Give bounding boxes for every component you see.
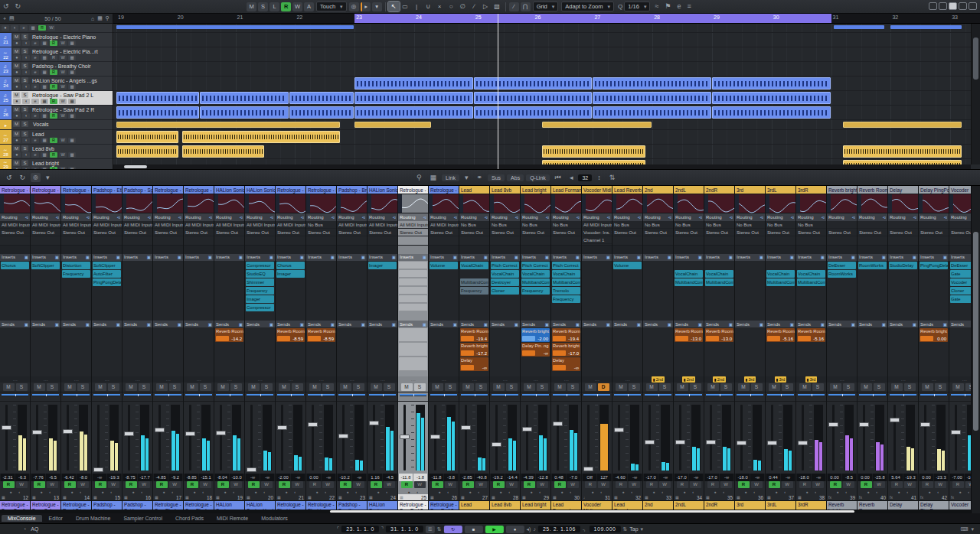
fader-value[interactable]: 0.00 [920,474,933,481]
channel-name-top[interactable]: Reverb Room [858,186,887,194]
insert-slot[interactable] [736,262,764,269]
inserts-rack-header[interactable]: Inserts▣ [888,254,918,261]
event-midi[interactable] [289,92,354,104]
input-routing[interactable]: All MIDI Inputs [92,221,122,229]
output-routing[interactable]: Stereo Out [31,229,60,236]
inserts-rack-header[interactable]: Inserts▣ [276,254,305,261]
monitor-icon[interactable]: ◖ [539,490,541,494]
track-options-button[interactable]: ▦ [68,55,76,60]
event-audio[interactable] [182,145,265,158]
solo-button[interactable]: S [812,383,824,391]
edit-channel-button[interactable]: e [31,167,39,169]
send-slot[interactable] [93,343,121,357]
track-name[interactable]: Retrologue - Saw Pad 2 L [32,93,93,98]
channel-strip[interactable]: Padshop - Breathy Choir Routing⊲ All MID… [337,186,368,513]
solo-button[interactable]: S [720,383,732,391]
peak-value[interactable]: -1.8 [413,474,427,481]
metronome-icon[interactable]: ◔ [23,526,26,532]
output-routing[interactable]: Stereo Out [858,229,887,236]
rack-resize-handle[interactable]: ⋯ [398,376,428,383]
record-arm-icon[interactable]: ● [407,490,410,494]
peak-value[interactable]: -23.3 [934,474,948,481]
insert-slot[interactable] [644,270,672,278]
insert-slot[interactable] [1,287,29,295]
send-slot[interactable] [858,328,887,342]
track-row[interactable]: ♫25MSRetrologue - Saw Pad 2 L●◖e▦RW▦ [0,91,113,106]
send-slot[interactable] [246,328,274,342]
pan-control[interactable] [643,392,673,402]
solo-button[interactable]: S [445,383,456,391]
insert-slot[interactable]: MultibandCom..or [521,278,550,286]
channel-strip[interactable]: Retrologue - Bass Swells Routing⊲ All MI… [0,186,31,513]
insert-slot[interactable] [491,304,519,311]
send-slot[interactable] [889,328,917,342]
insert-slot[interactable] [705,287,733,295]
write-automation-button[interactable]: W [322,481,334,488]
inserts-rack-header[interactable]: Inserts▣ [858,254,887,261]
insert-slot[interactable] [185,278,213,286]
read-automation-button[interactable]: R [50,99,57,104]
send-slot[interactable]: Reverb bright-17.2 [460,343,488,357]
pan-control[interactable] [796,392,826,402]
solo-button[interactable]: S [935,383,946,391]
mute-button[interactable]: M [707,383,719,391]
mute-button[interactable]: M [340,383,351,391]
insert-slot[interactable] [766,287,795,295]
insert-slot[interactable] [889,295,917,303]
fader-value[interactable]: 5.64 [889,474,903,481]
channel-strip[interactable]: HALion Sonic - Angels & Strings Routing⊲… [368,186,398,513]
insert-slot[interactable] [828,287,856,295]
channel-eq-thumbnail[interactable] [184,194,214,213]
rack-settings-icon[interactable]: ⇅ [606,171,619,184]
input-routing[interactable]: All MIDI Inputs [245,221,275,229]
insert-slot[interactable] [583,270,611,278]
input-routing[interactable]: No Bus [490,221,520,229]
routing-rack-header[interactable]: Routing⊲ [153,213,183,220]
channel-strip[interactable]: 2ndL Routing⊲ No BusStereo Out Inserts▣ … [674,186,704,513]
channel-strip[interactable]: HALion Sonic - Hard Grand Piano Routing⊲… [245,186,276,513]
insert-slot[interactable]: VocalChain [797,270,825,278]
output-routing[interactable]: Stereo Out [0,229,30,236]
insert-slot[interactable] [613,287,642,295]
track-name[interactable]: Padshop - Breathy Choir [32,63,91,69]
monitor-icon[interactable]: ◖ [325,490,327,494]
channel-eq-thumbnail[interactable] [459,194,489,213]
routing-rack-header[interactable]: Routing⊲ [490,213,520,220]
channel-eq-thumbnail[interactable] [306,194,336,213]
insert-slot[interactable]: MultibandCom..or [460,278,488,286]
channel-name-top[interactable]: Reverb bright [827,186,857,194]
read-automation-button[interactable]: R [707,481,719,488]
fader-handle[interactable] [890,418,900,422]
input-routing[interactable] [858,221,887,229]
peak-value[interactable]: -14.4 [505,474,519,481]
routing-rack-header[interactable]: Routing⊲ [459,213,489,220]
read-automation-button[interactable]: R [95,481,106,488]
record-arm-icon[interactable]: ● [377,490,379,494]
insert-slot[interactable] [583,278,611,286]
rack-resize-handle[interactable]: ⋯ [337,376,367,383]
solo-button[interactable]: S [21,34,28,40]
fader-track[interactable] [495,405,498,471]
color-tool[interactable]: ▧ [492,2,503,11]
insert-slot[interactable]: Cloner [491,287,519,295]
punch-out-icon[interactable]: ⌝ [381,526,384,532]
channel-name-top[interactable]: Retrologue - Electric Piano Ta [306,186,336,194]
rack-resize-handle[interactable]: ⋯ [888,376,918,383]
insert-slot[interactable]: MultibandCom..or [552,278,580,286]
insert-slot[interactable]: StudioEQ [246,270,274,278]
channel-eq-thumbnail[interactable] [551,194,581,213]
pan-control[interactable] [31,392,60,402]
monitor-icon[interactable]: ◖ [141,490,143,494]
write-automation-button[interactable]: W [874,481,885,488]
direct-routing-tag[interactable]: ▮2nd [682,376,695,383]
routing-rack-header[interactable]: Routing⊲ [521,213,550,220]
write-automation-button[interactable]: W [506,481,518,488]
send-slot[interactable] [766,357,795,371]
sends-rack-header[interactable]: Sends▣ [643,321,673,327]
insert-slot[interactable] [154,262,182,269]
output-routing[interactable]: Stereo Out [612,229,642,236]
read-automation-button[interactable]: R [952,481,964,488]
insert-slot[interactable]: Distortion [62,262,90,269]
channel-name-top[interactable]: HALion Sonic - S90ES Piano [214,186,244,194]
mute-button[interactable]: M [217,383,229,391]
